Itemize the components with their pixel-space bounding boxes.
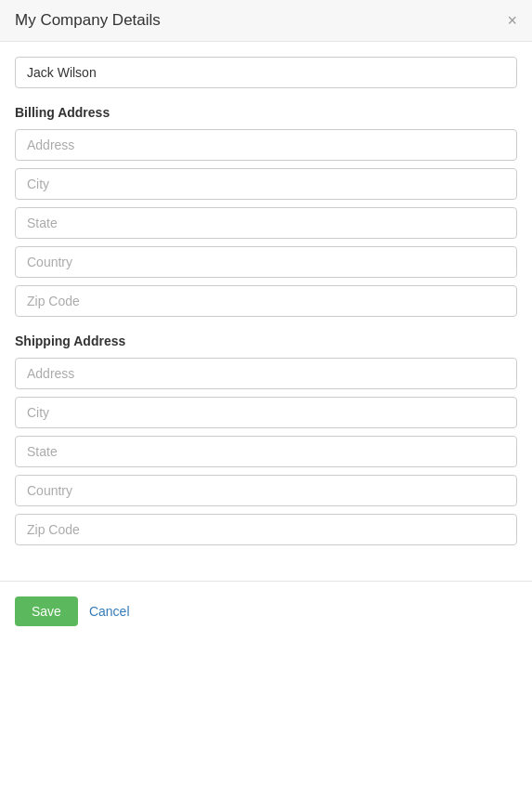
cancel-button[interactable]: Cancel xyxy=(89,604,130,619)
modal-header: My Company Details × xyxy=(0,0,532,42)
modal-body: Billing Address Shipping Address xyxy=(0,42,532,581)
shipping-zip-input[interactable] xyxy=(15,514,517,545)
shipping-section: Shipping Address xyxy=(15,334,517,545)
close-button[interactable]: × xyxy=(507,12,517,29)
billing-state-input[interactable] xyxy=(15,207,517,239)
shipping-state-input[interactable] xyxy=(15,436,517,467)
billing-zip-input[interactable] xyxy=(15,285,517,317)
billing-address-label: Billing Address xyxy=(15,105,517,120)
modal-footer: Save Cancel xyxy=(0,581,532,641)
shipping-city-input[interactable] xyxy=(15,397,517,428)
billing-country-input[interactable] xyxy=(15,246,517,278)
billing-city-input[interactable] xyxy=(15,168,517,200)
modal-container: My Company Details × Billing Address Shi… xyxy=(0,0,532,786)
billing-address-input[interactable] xyxy=(15,129,517,161)
save-button[interactable]: Save xyxy=(15,596,78,626)
shipping-address-label: Shipping Address xyxy=(15,334,517,348)
modal-title: My Company Details xyxy=(15,11,161,30)
shipping-country-input[interactable] xyxy=(15,475,517,506)
company-name-input[interactable] xyxy=(15,57,517,88)
billing-section: Billing Address xyxy=(15,105,517,317)
shipping-address-input[interactable] xyxy=(15,358,517,389)
